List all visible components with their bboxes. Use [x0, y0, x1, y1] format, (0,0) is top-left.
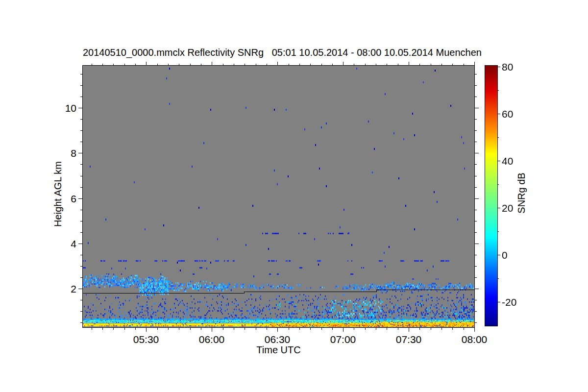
y-minor-tick [80, 300, 82, 300]
colorbar-tick-label: 40 [502, 155, 529, 167]
y-minor-tick [80, 187, 82, 188]
x-minor-tick-top [452, 64, 453, 66]
colorbar-major-tick [497, 161, 500, 161]
x-minor-tick [135, 328, 136, 330]
x-minor-tick [354, 328, 354, 330]
x-minor-tick [376, 328, 376, 330]
y-minor-tick-right [475, 221, 477, 221]
y-minor-tick [80, 255, 82, 255]
y-minor-tick [80, 130, 82, 131]
x-minor-tick-top [398, 64, 398, 66]
plot-title: 20140510_0000.mmclx Reflectivity SNRg 05… [83, 47, 474, 58]
y-major-tick-right [475, 289, 479, 289]
x-minor-tick [289, 328, 289, 330]
x-minor-tick [92, 328, 92, 330]
x-minor-tick-top [113, 64, 114, 66]
x-minor-tick [113, 328, 114, 330]
x-minor-tick-top [431, 64, 431, 66]
colorbar [485, 65, 498, 326]
x-minor-tick [452, 328, 453, 330]
y-minor-tick [80, 232, 82, 233]
y-tick-label: 8 [47, 147, 76, 159]
y-minor-tick-right [475, 164, 477, 165]
radar-quicklook-page: 20140510_0000.mmclx Reflectivity SNRg 05… [0, 0, 588, 392]
x-minor-tick-top [245, 64, 245, 66]
x-minor-tick-top [321, 64, 322, 66]
y-tick-label: 6 [47, 193, 76, 205]
x-minor-tick [365, 328, 366, 330]
x-minor-tick-top [464, 64, 464, 66]
y-minor-tick [80, 97, 82, 97]
plot-frame [82, 65, 475, 328]
x-major-tick-top [277, 62, 278, 66]
y-minor-tick [80, 119, 82, 120]
x-minor-tick-top [310, 64, 311, 66]
y-major-tick-right [475, 198, 479, 199]
x-minor-tick-top [376, 64, 376, 66]
colorbar-minor-tick [497, 278, 499, 279]
x-tick-label: 07:00 [326, 334, 360, 345]
x-minor-tick [431, 328, 431, 330]
y-major-tick [78, 153, 82, 153]
x-minor-tick [190, 328, 191, 330]
y-minor-tick [80, 176, 82, 176]
colorbar-gradient [485, 66, 497, 326]
x-minor-tick [234, 328, 234, 330]
y-tick-label: 2 [47, 283, 76, 295]
x-tick-label: 07:30 [392, 334, 426, 345]
x-minor-tick [387, 328, 387, 330]
x-minor-tick [441, 328, 442, 330]
y-major-tick [78, 198, 82, 199]
x-minor-tick [464, 328, 464, 330]
x-minor-tick-top [223, 64, 223, 66]
x-major-tick [343, 328, 343, 332]
colorbar-minor-tick [497, 184, 499, 185]
y-minor-tick [80, 311, 82, 312]
x-major-tick-top [212, 62, 212, 66]
y-minor-tick-right [475, 266, 477, 267]
y-major-tick-right [475, 153, 479, 153]
y-minor-tick-right [475, 311, 477, 312]
y-tick-label: 10 [47, 102, 76, 114]
x-minor-tick [245, 328, 245, 330]
y-major-tick [78, 108, 82, 108]
x-major-tick [146, 328, 147, 332]
y-minor-tick-right [475, 187, 477, 188]
y-minor-tick-right [475, 119, 477, 120]
x-minor-tick-top [354, 64, 354, 66]
x-minor-tick-top [135, 64, 136, 66]
x-minor-tick-top [267, 64, 267, 66]
y-minor-tick-right [475, 130, 477, 131]
x-tick-label: 05:30 [129, 334, 163, 345]
colorbar-tick-label: 20 [502, 202, 529, 214]
x-major-tick [474, 328, 475, 332]
colorbar-major-tick [497, 208, 500, 208]
y-minor-tick-right [475, 232, 477, 233]
x-minor-tick-top [441, 64, 442, 66]
x-minor-tick-top [234, 64, 234, 66]
y-minor-tick-right [475, 277, 477, 278]
x-minor-tick [223, 328, 223, 330]
y-minor-tick [80, 210, 82, 210]
x-minor-tick [267, 328, 267, 330]
x-minor-tick-top [102, 64, 103, 66]
x-minor-tick [157, 328, 158, 330]
x-minor-tick [398, 328, 398, 330]
x-minor-tick [256, 328, 256, 330]
x-minor-tick [168, 328, 169, 330]
y-minor-tick-right [475, 74, 477, 74]
x-tick-label: 06:00 [195, 334, 229, 345]
x-tick-label: 08:00 [457, 334, 491, 345]
y-minor-tick [80, 277, 82, 278]
y-minor-tick-right [475, 322, 477, 323]
x-major-tick [212, 328, 212, 332]
colorbar-tick-label: 0 [502, 249, 529, 261]
x-minor-tick-top [332, 64, 333, 66]
x-minor-tick [310, 328, 311, 330]
x-tick-label: 06:30 [260, 334, 294, 345]
colorbar-major-tick [497, 67, 500, 67]
y-major-tick-right [475, 108, 479, 108]
colorbar-major-tick [497, 302, 500, 302]
x-minor-tick-top [256, 64, 256, 66]
x-axis-title: Time UTC [83, 344, 474, 356]
